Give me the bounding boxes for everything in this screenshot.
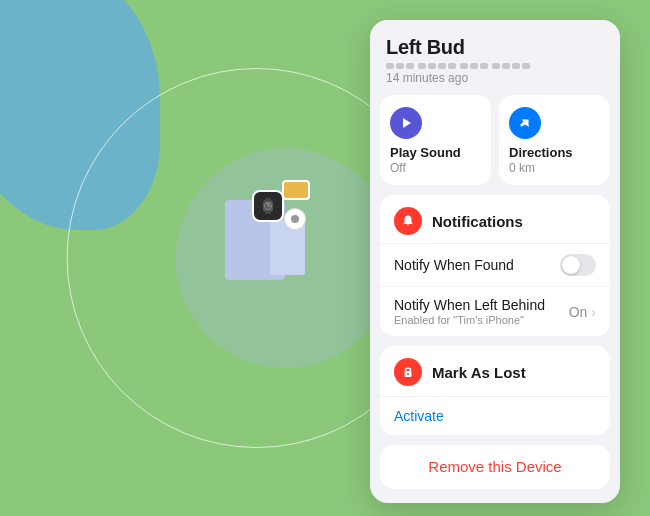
- action-cards: Play Sound Off Directions 0 km: [370, 95, 620, 195]
- svg-rect-1: [265, 198, 271, 201]
- bell-icon: [394, 207, 422, 235]
- svg-point-9: [407, 373, 409, 375]
- toggle-knob: [562, 256, 580, 274]
- card-icon: [282, 180, 310, 200]
- remove-device-button[interactable]: Remove this Device: [380, 445, 610, 489]
- watch-icon: [252, 190, 284, 222]
- small-device-icon: [284, 208, 306, 230]
- notify-left-behind-control: On ›: [569, 304, 596, 320]
- panel-title: Left Bud: [386, 36, 604, 59]
- activate-row[interactable]: Activate: [380, 396, 610, 435]
- notify-found-label: Notify When Found: [394, 257, 514, 273]
- notify-found-toggle[interactable]: [560, 254, 596, 276]
- notifications-title: Notifications: [432, 213, 523, 230]
- notifications-header: Notifications: [380, 195, 610, 243]
- play-icon: [390, 107, 422, 139]
- notifications-section: Notifications Notify When Found Notify W…: [380, 195, 610, 336]
- lost-title: Mark As Lost: [432, 364, 526, 381]
- directions-card[interactable]: Directions 0 km: [499, 95, 610, 185]
- svg-marker-7: [403, 118, 411, 128]
- panel-header: Left Bud 14 minutes ago: [370, 20, 620, 95]
- notify-when-found-row: Notify When Found: [380, 243, 610, 286]
- notify-left-behind-sub: Enabled for "Tim's iPhone": [394, 314, 545, 326]
- activate-link[interactable]: Activate: [394, 408, 444, 424]
- directions-label: Directions: [509, 145, 600, 160]
- play-sound-label: Play Sound: [390, 145, 481, 160]
- lock-icon: [394, 358, 422, 386]
- lost-header: Mark As Lost: [380, 346, 610, 396]
- svg-point-6: [291, 215, 299, 223]
- play-sound-value: Off: [390, 161, 481, 175]
- mark-as-lost-section: Mark As Lost Activate: [380, 346, 610, 435]
- notify-left-behind-row[interactable]: Notify When Left Behind Enabled for "Tim…: [380, 286, 610, 336]
- panel-time: 14 minutes ago: [386, 71, 604, 85]
- directions-icon: [509, 107, 541, 139]
- notify-left-behind-label: Notify When Left Behind: [394, 297, 545, 313]
- remove-device-label: Remove this Device: [428, 458, 561, 475]
- panel-id-dots: [386, 63, 604, 69]
- device-panel: Left Bud 14 minutes ago Play: [370, 20, 620, 503]
- svg-rect-2: [265, 211, 271, 214]
- chevron-right-icon: ›: [591, 304, 596, 320]
- notify-left-behind-info: Notify When Left Behind Enabled for "Tim…: [394, 297, 545, 326]
- directions-value: 0 km: [509, 161, 600, 175]
- notify-left-behind-value: On: [569, 304, 588, 320]
- play-sound-card[interactable]: Play Sound Off: [380, 95, 491, 185]
